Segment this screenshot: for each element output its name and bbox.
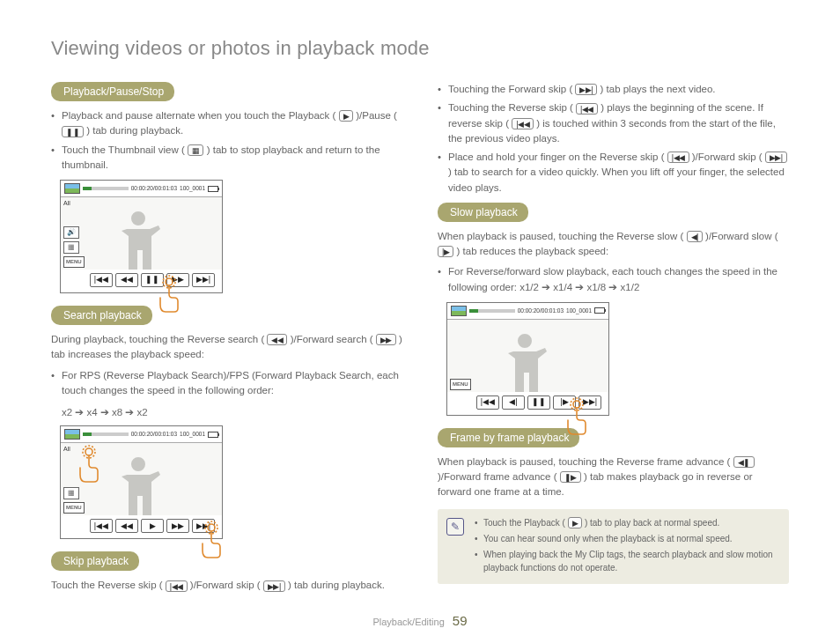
- frame-intro: When playback is paused, touching the Re…: [438, 455, 789, 500]
- rev-frame-icon: ◀❚: [733, 456, 755, 468]
- note-icon: ✎: [446, 518, 464, 536]
- touch-hand-icon: [77, 445, 112, 484]
- ss-timecode: 00:00:20/00:01:03: [518, 307, 564, 315]
- person-silhouette-icon: [503, 327, 547, 392]
- rev-skip-button: |◀◀: [90, 273, 113, 287]
- playback-pause-list: Playback and pause alternate when you to…: [51, 108, 402, 173]
- list-item: Touching the Reverse skip ( |◀◀ ) plays …: [438, 100, 789, 146]
- ss-body: All 🔊 ▦ MENU: [61, 197, 222, 270]
- footer-section: Playback/Editing: [372, 617, 444, 627]
- rev-slow-icon: ◀|: [687, 231, 703, 242]
- volume-icon: 🔊: [63, 226, 79, 239]
- text: Touching the Forward skip (: [448, 84, 572, 94]
- rev-skip-button: |◀◀: [90, 519, 113, 533]
- ss-progress-bar: [83, 432, 129, 436]
- text: When playback is paused, touching the Re…: [438, 456, 730, 467]
- ss-clip-id: 100_0001: [180, 184, 205, 193]
- fwd-skip-icon: ▶▶|: [575, 84, 597, 95]
- skip-details-list: Touching the Forward skip ( ▶▶| ) tab pl…: [438, 82, 789, 196]
- ss-body: All ▦ MENU: [61, 443, 222, 515]
- ss-left-bottom: 🔊 ▦ MENU: [63, 226, 85, 268]
- battery-icon: [208, 186, 218, 192]
- text: Touch the Thumbnail view (: [62, 144, 185, 155]
- playback-screenshot-3: 00:00:20/00:01:03 100_0001 MENU |◀◀ ◀| ❚…: [446, 302, 609, 416]
- text: Playback and pause alternate when you to…: [62, 110, 335, 121]
- text: ) tab during playback.: [86, 125, 183, 136]
- all-label: All: [63, 445, 70, 455]
- fwd-search-button: ▶▶: [166, 519, 189, 533]
- list-item: For Reverse/forward slow playback, each …: [438, 264, 789, 295]
- right-column: Touching the Forward skip ( ▶▶| ) tab pl…: [438, 82, 789, 599]
- page-number: 59: [453, 613, 468, 628]
- page-title: Viewing videos or photos in playback mod…: [51, 33, 789, 63]
- slow-intro: When playback is paused, touching the Re…: [438, 229, 789, 260]
- play-icon: ▶: [568, 517, 583, 528]
- text: ) tab to play back at normal speed.: [585, 518, 719, 528]
- pause-icon: ❚❚: [62, 126, 84, 137]
- rev-skip-icon: |◀◀: [166, 580, 188, 592]
- svg-point-0: [166, 278, 173, 285]
- ss-thumbnail-icon: [451, 306, 467, 316]
- thumbnail-view-icon: ▦: [63, 487, 79, 499]
- text: Place and hold your finger on the Revers…: [448, 152, 664, 162]
- playback-screenshot-2: 00:00:20/00:01:03 100_0001 All ▦ MENU: [60, 425, 223, 539]
- ss-left-icons: All: [63, 199, 70, 209]
- text: ) tab plays the next video.: [601, 84, 716, 94]
- list-item: Playback and pause alternate when you to…: [51, 108, 402, 139]
- touch-hand-icon: [199, 521, 234, 559]
- fwd-frame-icon: ❚▶: [560, 471, 581, 483]
- slow-list: For Reverse/forward slow playback, each …: [438, 264, 789, 295]
- ss-left-icons: All: [63, 445, 70, 455]
- text: )/Forward frame advance (: [438, 471, 557, 482]
- text: )/Forward skip (: [692, 152, 763, 162]
- rev-search-button: ◀◀: [115, 273, 138, 287]
- text: ) tab during playback.: [288, 580, 385, 590]
- list-item: For RPS (Reverse Playback Search)/FPS (F…: [51, 368, 402, 399]
- menu-button: MENU: [450, 379, 471, 390]
- ss-left-bottom: MENU: [450, 379, 471, 390]
- ss-topbar: 00:00:20/00:01:03 100_0001: [447, 303, 608, 320]
- touch-hand-icon: [564, 397, 600, 436]
- ss-left-bottom: ▦ MENU: [63, 487, 85, 514]
- ss-progress-bar: [469, 309, 515, 313]
- ss-thumbnail-icon: [64, 183, 80, 194]
- search-list: For RPS (Reverse Playback Search)/FPS (F…: [51, 368, 402, 399]
- rev-skip-icon: |◀◀: [667, 152, 689, 163]
- svg-point-4: [208, 524, 215, 531]
- heading-slow-playback: Slow playback: [438, 203, 528, 222]
- text: ) tab to search for a video quickly. Whe…: [448, 166, 785, 192]
- heading-skip-playback: Skip playback: [51, 551, 139, 571]
- heading-frame-playback: Frame by frame playback: [438, 428, 579, 447]
- list-item: Place and hold your finger on the Revers…: [438, 150, 789, 196]
- text: )/Forward skip (: [190, 580, 261, 590]
- page-footer: Playback/Editing 59: [51, 611, 789, 632]
- ss-controls: |◀◀ ◀◀ ▶ ▶▶ ▶▶|: [61, 515, 222, 535]
- search-intro: During playback, touching the Reverse se…: [51, 332, 402, 363]
- rev-skip-icon: |◀◀: [576, 103, 598, 115]
- list-item: When playing back the My Clip tags, the …: [475, 548, 780, 574]
- list-item: You can hear sound only when the playbac…: [475, 532, 780, 545]
- rev-skip-button: |◀◀: [476, 395, 499, 410]
- ss-body: MENU: [447, 320, 608, 392]
- text: Touch the Playback (: [483, 518, 565, 528]
- person-silhouette-icon: [116, 204, 160, 270]
- ss-timecode: 00:00:20/00:01:03: [131, 430, 177, 439]
- rev-skip-icon: |◀◀: [512, 118, 534, 129]
- list-item: Touching the Forward skip ( ▶▶| ) tab pl…: [438, 82, 789, 97]
- fwd-search-icon: ▶▶: [376, 334, 396, 345]
- heading-playback-pause-stop: Playback/Pause/Stop: [51, 82, 174, 101]
- battery-icon: [594, 307, 605, 314]
- battery-icon: [208, 432, 218, 438]
- text: When playback is paused, touching the Re…: [438, 231, 683, 241]
- left-column: Playback/Pause/Stop Playback and pause a…: [51, 82, 402, 599]
- rev-slow-button: ◀|: [502, 395, 525, 410]
- play-icon: ▶: [339, 110, 354, 122]
- person-silhouette-icon: [116, 450, 160, 515]
- pause-button: ❚❚: [527, 395, 550, 410]
- text: Touch the Reverse skip (: [51, 580, 163, 590]
- text: )/Forward search (: [291, 334, 373, 344]
- fwd-skip-icon: ▶▶|: [765, 152, 787, 163]
- ss-controls: |◀◀ ◀◀ ❚❚ ▶▶ ▶▶|: [61, 270, 222, 289]
- thumbnail-view-icon: ▦: [63, 241, 79, 254]
- playback-screenshot-1: 00:00:20/00:01:03 100_0001 All 🔊 ▦ MENU …: [60, 180, 223, 293]
